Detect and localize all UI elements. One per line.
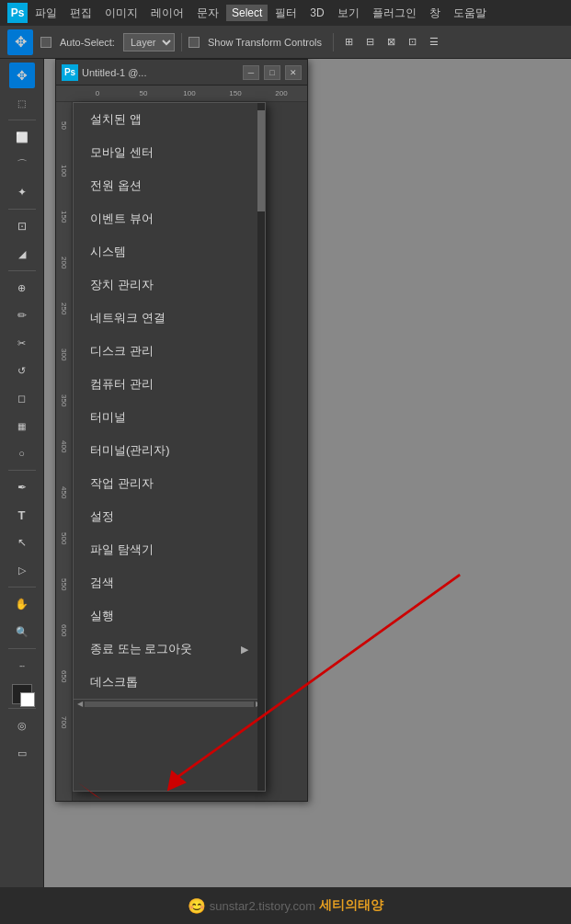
auto-select-label: Auto-Select: (55, 35, 120, 50)
more-tools[interactable]: ··· (9, 653, 35, 679)
context-menu-item-9[interactable]: 터미널 (74, 401, 265, 434)
watermark: 😊 sunstar2.tistory.com 세티의태양 (188, 897, 383, 915)
context-menu-item-13[interactable]: 파일 탐색기 (74, 533, 265, 566)
dodge-tool[interactable]: ○ (9, 440, 35, 466)
context-menu-item-1[interactable]: 모바일 센터 (74, 136, 265, 169)
ruler-left-700: 700 (56, 700, 72, 746)
options-toolbar: ✥ Auto-Select: Layer Show Transform Cont… (0, 26, 571, 59)
clone-tool[interactable]: ✂ (9, 330, 35, 356)
move-tool[interactable]: ✥ (9, 63, 35, 88)
tool-separator-5 (8, 587, 36, 587)
context-menu-item-5[interactable]: 장치 관리자 (74, 268, 265, 302)
context-menu-item-4[interactable]: 시스템 (74, 235, 265, 268)
menu-view[interactable]: 보기 (332, 4, 365, 23)
context-menu-scrollthumb[interactable] (257, 110, 265, 211)
quick-mask-tool[interactable]: ◎ (9, 713, 35, 738)
align-distribute-icon[interactable]: ⊡ (404, 34, 421, 50)
align-left-icon[interactable]: ⊞ (340, 34, 358, 50)
ruler-mark-50: 50 (120, 89, 166, 97)
ruler-left-50: 50 (56, 102, 72, 148)
menu-select[interactable]: Select (226, 5, 268, 21)
context-menu-item-15[interactable]: 실행 (74, 599, 265, 633)
ps-maximize-button[interactable]: □ (264, 65, 280, 80)
zoom-tool[interactable]: 🔍 (9, 619, 35, 645)
context-menu: 설치된 앱모바일 센터전원 옵션이벤트 뷰어시스템장치 관리자네트워크 연결디스… (73, 102, 266, 792)
ruler-left-100: 100 (56, 148, 72, 194)
context-menu-item-14[interactable]: 검색 (74, 566, 265, 599)
gradient-tool[interactable]: ▦ (9, 413, 35, 439)
context-menu-item-10[interactable]: 터미널(관리자) (74, 434, 265, 467)
align-right-icon[interactable]: ⊠ (383, 34, 400, 50)
brush-tool[interactable]: ✏ (9, 302, 35, 328)
main-area: ✥ ⬚ ⬜ ⌒ ✦ ⊡ ◢ ⊕ ✏ ✂ ↺ ◻ ▦ ○ ✒ T ↖ ▷ ✋ 🔍 … (0, 59, 571, 887)
eraser-tool[interactable]: ◻ (9, 385, 35, 411)
text-tool[interactable]: T (9, 502, 35, 528)
context-menu-scrollbar[interactable] (257, 103, 265, 791)
menu-filter[interactable]: 필터 (269, 4, 303, 23)
pen-tool[interactable]: ✒ (9, 474, 35, 500)
eyedropper-tool[interactable]: ◢ (9, 241, 35, 267)
ruler-left-150: 150 (56, 194, 72, 240)
menu-plugins[interactable]: 플러그인 (367, 4, 422, 23)
history-brush-tool[interactable]: ↺ (9, 358, 35, 383)
ruler-mark-150: 150 (212, 89, 258, 97)
tool-separator-1 (8, 120, 36, 120)
menu-window[interactable]: 창 (424, 4, 446, 23)
menu-icon[interactable]: ☰ (425, 34, 443, 50)
crop-tool[interactable]: ⊡ (9, 213, 35, 239)
context-menu-item-11[interactable]: 작업 관리자 (74, 467, 265, 500)
ruler-left-200: 200 (56, 240, 72, 286)
ruler-left-600: 600 (56, 608, 72, 654)
menu-image[interactable]: 이미지 (99, 4, 143, 23)
ps-minimize-button[interactable]: ─ (243, 65, 259, 80)
path-selection-tool[interactable]: ↖ (9, 530, 35, 555)
context-menu-item-7[interactable]: 디스크 관리 (74, 335, 265, 368)
status-bar: 😊 sunstar2.tistory.com 세티의태양 (0, 887, 571, 924)
menu-file[interactable]: 파일 (29, 4, 63, 23)
ruler-horizontal: 0 50 100 150 200 (56, 86, 307, 102)
context-menu-item-16[interactable]: 종료 또는 로그아웃▶ (74, 633, 265, 666)
auto-select-checkbox[interactable] (40, 37, 51, 48)
lasso-tool[interactable]: ⌒ (9, 152, 35, 177)
scroll-track[interactable] (85, 702, 254, 707)
watermark-text: sunstar2.tistory.com (210, 899, 315, 913)
ps-close-button[interactable]: ✕ (285, 65, 302, 80)
menu-type[interactable]: 문자 (191, 4, 224, 23)
watermark-accent: 세티의태양 (319, 897, 383, 914)
marquee-tool[interactable]: ⬜ (9, 124, 35, 150)
toolbar-divider-1 (181, 33, 182, 51)
toolbar-divider-2 (333, 33, 334, 51)
spot-heal-tool[interactable]: ⊕ (9, 275, 35, 301)
auto-select-dropdown[interactable]: Layer (123, 33, 175, 51)
artboard-tool[interactable]: ⬚ (9, 90, 35, 116)
ps-window-title: Untitled-1 @... (82, 67, 238, 78)
context-menu-item-2[interactable]: 전원 옵션 (74, 169, 265, 202)
align-center-icon[interactable]: ⊟ (361, 34, 379, 50)
ruler-mark-100: 100 (166, 89, 212, 97)
menu-help[interactable]: 도움말 (448, 4, 492, 23)
context-menu-item-6[interactable]: 네트워크 연결 (74, 302, 265, 335)
hand-tool[interactable]: ✋ (9, 591, 35, 617)
context-menu-item-3[interactable]: 이벤트 뷰어 (74, 202, 265, 235)
foreground-color[interactable] (12, 684, 32, 704)
context-menu-item-0[interactable]: 설치된 앱 (74, 103, 265, 136)
context-menu-item-17[interactable]: 데스크톱 (74, 666, 265, 699)
shape-tool[interactable]: ▷ (9, 557, 35, 583)
ruler-left-450: 450 (56, 470, 72, 516)
magic-wand-tool[interactable]: ✦ (9, 179, 35, 205)
ruler-left-400: 400 (56, 424, 72, 470)
menu-layer[interactable]: 레이어 (145, 4, 189, 23)
watermark-icon: 😊 (188, 897, 206, 915)
scroll-left-arrow[interactable]: ◀ (77, 700, 83, 708)
background-color[interactable] (20, 692, 35, 707)
move-tool-toolbar[interactable]: ✥ (7, 29, 33, 55)
menu-edit[interactable]: 편집 (64, 4, 97, 23)
menu-3d[interactable]: 3D (304, 5, 329, 21)
ruler-left-300: 300 (56, 332, 72, 378)
context-menu-item-8[interactable]: 컴퓨터 관리 (74, 368, 265, 401)
show-transform-checkbox[interactable] (188, 37, 200, 48)
context-menu-item-12[interactable]: 설정 (74, 500, 265, 533)
tool-separator-7 (8, 708, 36, 709)
ps-title-bar: Ps Untitled-1 @... ─ □ ✕ (56, 60, 307, 86)
screen-mode-tool[interactable]: ▭ (9, 740, 35, 766)
